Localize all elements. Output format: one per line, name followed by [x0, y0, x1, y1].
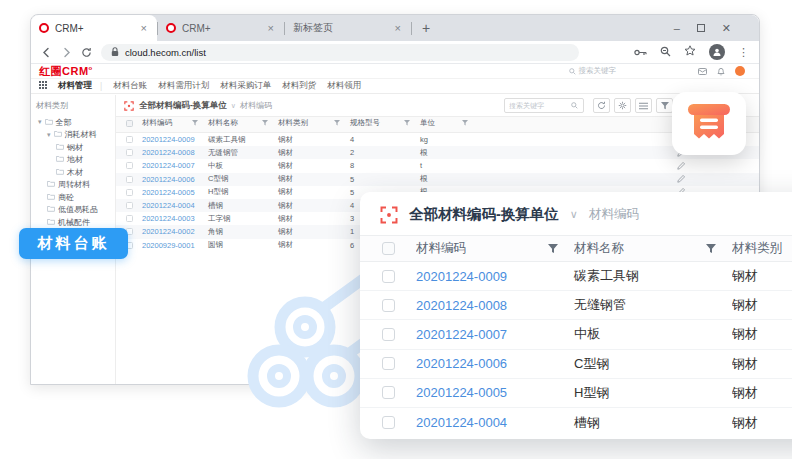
filter-funnel-icon[interactable]	[548, 244, 558, 254]
table-row[interactable]: 20201224-0006 C型钢 钢材 5 根	[116, 173, 759, 186]
overlay-view-title[interactable]: 全部材料编码-换算单位	[409, 205, 559, 224]
material-code-link[interactable]: 20201224-0007	[142, 161, 208, 170]
browser-tab[interactable]: CRM+ ×	[158, 15, 284, 41]
column-header[interactable]: 单位	[420, 118, 478, 128]
tree-node[interactable]: ▾ 商砼	[36, 191, 115, 204]
tree-node[interactable]: ▾ 机械配件	[36, 216, 115, 229]
select-all-checkbox[interactable]	[126, 120, 133, 127]
row-checkbox[interactable]	[126, 176, 133, 183]
table-row[interactable]: 20201224-0007 中板 钢材 8 t	[116, 159, 759, 172]
overlay-table-row[interactable]: 20201224-0009 碳素工具钢 钢材	[360, 262, 792, 291]
browser-tab[interactable]: CRM+ ×	[31, 15, 157, 41]
tree-node[interactable]: ▾ 钢材	[36, 141, 115, 154]
material-code-link[interactable]: 20201224-0006	[416, 356, 574, 371]
settings-gear-button[interactable]	[614, 98, 631, 113]
tree-node[interactable]: ▾ 消耗材料	[36, 129, 115, 142]
overlay-table-row[interactable]: 20201224-0007 中板 钢材	[360, 320, 792, 349]
browser-menu-icon[interactable]: ⋮	[738, 46, 749, 59]
material-code-link[interactable]: 20200929-0001	[142, 241, 208, 250]
profile-avatar[interactable]	[709, 44, 725, 60]
overlay-row-checkbox[interactable]	[382, 299, 395, 312]
view-title[interactable]: 全部材料编码-换算单位	[139, 100, 227, 112]
global-search[interactable]: 搜索关键字	[569, 66, 617, 76]
nav-item[interactable]: 材料需用计划 |	[158, 80, 209, 92]
chevron-down-icon[interactable]: ∨	[231, 102, 236, 110]
refresh-icon[interactable]	[81, 47, 92, 58]
key-icon[interactable]	[634, 43, 647, 61]
row-checkbox[interactable]	[126, 189, 133, 196]
table-row[interactable]: 20201224-0009 碳素工具钢 钢材 4 kg	[116, 133, 759, 146]
overlay-table-row[interactable]: 20201224-0008 无缝钢管 钢材	[360, 291, 792, 320]
row-checkbox[interactable]	[126, 149, 133, 156]
material-code-link[interactable]: 20201224-0009	[416, 269, 574, 284]
restore-button[interactable]	[697, 24, 705, 32]
tree-node[interactable]: ▾ 木材	[36, 166, 115, 179]
overlay-column-header[interactable]: 材料名称	[574, 240, 732, 257]
chevron-down-icon[interactable]: ∨	[570, 208, 578, 221]
row-checkbox[interactable]	[126, 162, 133, 169]
filter-button[interactable]	[656, 98, 673, 113]
column-header[interactable]: 规格型号	[350, 118, 420, 128]
material-code-link[interactable]: 20201224-0007	[416, 327, 574, 342]
close-window-button[interactable]: ✕	[722, 22, 731, 35]
column-header[interactable]: 材料名称	[208, 118, 278, 128]
minimize-button[interactable]: –	[674, 22, 680, 34]
tree-node[interactable]: ▾ 地材	[36, 154, 115, 167]
tab-close-icon[interactable]: ×	[266, 23, 276, 33]
forward-icon[interactable]	[61, 47, 72, 58]
filter-funnel-icon[interactable]	[192, 120, 198, 126]
overlay-column-header[interactable]: 材料类别	[732, 240, 792, 257]
table-search-input[interactable]	[509, 102, 571, 109]
overlay-row-checkbox[interactable]	[382, 357, 395, 370]
message-icon[interactable]	[698, 62, 707, 80]
material-code-link[interactable]: 20201224-0006	[142, 175, 208, 184]
new-tab-button[interactable]: +	[412, 20, 440, 36]
overlay-row-checkbox[interactable]	[382, 328, 395, 341]
bookmark-star-icon[interactable]	[684, 43, 696, 61]
material-code-link[interactable]: 20201224-0003	[142, 214, 208, 223]
tree-node[interactable]: ▾ 低值易耗品	[36, 204, 115, 217]
nav-item[interactable]: 材料台账 |	[113, 80, 147, 92]
row-checkbox[interactable]	[126, 215, 133, 222]
overlay-row-checkbox[interactable]	[382, 386, 395, 399]
filter-funnel-icon[interactable]	[462, 120, 468, 126]
filter-funnel-icon[interactable]	[706, 244, 716, 254]
bell-icon[interactable]	[717, 62, 725, 80]
apps-grid-icon[interactable]	[39, 81, 47, 91]
nav-item[interactable]: 材料到货 |	[282, 80, 316, 92]
url-bar[interactable]: cloud.hecom.cn/list	[101, 44, 579, 61]
overlay-table-row[interactable]: 20201224-0006 C型钢 钢材	[360, 350, 792, 379]
column-header[interactable]: 材料类别	[278, 118, 350, 128]
material-code-link[interactable]: 20201224-0008	[416, 298, 574, 313]
tree-node[interactable]: ▾ 全部	[36, 116, 115, 129]
row-checkbox[interactable]	[126, 136, 133, 143]
edit-pencil-icon[interactable]	[478, 175, 759, 183]
table-row[interactable]: 20201224-0008 无缝钢管 钢材 2 根	[116, 146, 759, 159]
overlay-select-all-checkbox[interactable]	[382, 242, 395, 255]
filter-funnel-icon[interactable]	[404, 120, 410, 126]
overlay-table-row[interactable]: 20201224-0004 槽钢 钢材	[360, 408, 792, 437]
tab-close-icon[interactable]: ×	[139, 23, 149, 33]
column-header[interactable]: 材料编码	[142, 118, 208, 128]
overlay-table-row[interactable]: 20201224-0005 H型钢 钢材	[360, 379, 792, 408]
tab-close-icon[interactable]: ×	[393, 23, 403, 33]
overlay-row-checkbox[interactable]	[382, 416, 395, 429]
material-code-link[interactable]: 20201224-0002	[142, 227, 208, 236]
list-view-button[interactable]	[635, 98, 652, 113]
nav-item[interactable]: 材料采购订单 |	[220, 80, 271, 92]
overlay-row-checkbox[interactable]	[382, 270, 395, 283]
material-code-link[interactable]: 20201224-0005	[142, 188, 208, 197]
user-avatar[interactable]	[735, 66, 745, 76]
table-search[interactable]	[504, 98, 584, 113]
row-checkbox[interactable]	[126, 202, 133, 209]
zoom-icon[interactable]	[660, 43, 671, 61]
refresh-table-button[interactable]	[593, 98, 610, 113]
material-code-link[interactable]: 20201224-0005	[416, 385, 574, 400]
filter-funnel-icon[interactable]	[262, 120, 268, 126]
browser-tab[interactable]: 新标签页 ×	[285, 15, 411, 41]
material-code-link[interactable]: 20201224-0004	[142, 201, 208, 210]
back-icon[interactable]	[41, 47, 52, 58]
nav-item[interactable]: 材料管理 |	[58, 80, 102, 92]
filter-funnel-icon[interactable]	[334, 120, 340, 126]
material-code-link[interactable]: 20201224-0009	[142, 135, 208, 144]
